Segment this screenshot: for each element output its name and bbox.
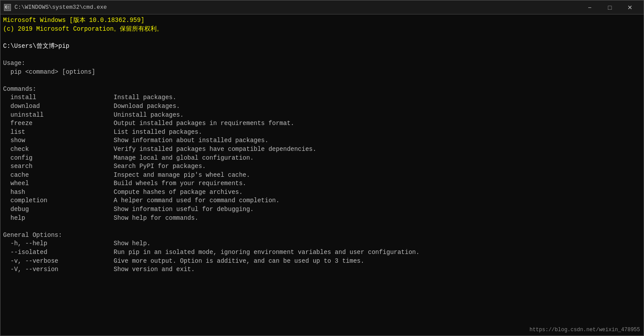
terminal-line: -V, --version Show version and exit. (3, 265, 641, 274)
window-controls: − □ ✕ (580, 0, 640, 14)
terminal-line: download Download packages. (3, 102, 641, 111)
terminal-line: freeze Output installed packages in requ… (3, 119, 641, 128)
terminal-line: hash Compute hashes of package archives. (3, 188, 641, 197)
terminal-line: (c) 2019 Microsoft Corporation。保留所有权利。 (3, 25, 641, 34)
terminal-line: Microsoft Windows [版本 10.0.18362.959] (3, 16, 641, 25)
terminal-line: install Install packages. (3, 93, 641, 102)
terminal-line: debug Show information useful for debugg… (3, 205, 641, 214)
terminal-line: Usage: (3, 59, 641, 68)
terminal-line: C:\Users\曾文博>pip (3, 42, 641, 51)
terminal-line: --isolated Run pip in an isolated mode, … (3, 248, 641, 257)
close-button[interactable]: ✕ (620, 0, 640, 14)
terminal-line (3, 222, 641, 231)
title-bar: C: C:\WINDOWS\system32\cmd.exe − □ ✕ (0, 0, 644, 14)
terminal-line: -v, --verbose Give more output. Option i… (3, 257, 641, 266)
window-title: C:\WINDOWS\system32\cmd.exe (14, 4, 580, 11)
terminal-line: show Show information about installed pa… (3, 136, 641, 145)
terminal-output: Microsoft Windows [版本 10.0.18362.959](c)… (0, 14, 644, 336)
cmd-window: C: C:\WINDOWS\system32\cmd.exe − □ ✕ Mic… (0, 0, 644, 336)
terminal-line: search Search PyPI for packages. (3, 162, 641, 171)
terminal-line: list List installed packages. (3, 128, 641, 137)
terminal-line: completion A helper command used for com… (3, 197, 641, 205)
minimize-button[interactable]: − (580, 0, 600, 14)
terminal-line: check Verify installed packages have com… (3, 145, 641, 154)
terminal-line: config Manage local and global configura… (3, 154, 641, 163)
terminal-line: uninstall Uninstall packages. (3, 111, 641, 120)
terminal-line (3, 50, 641, 59)
terminal-line: pip <command> [options] (3, 68, 641, 77)
cmd-icon: C: (4, 4, 11, 11)
terminal-line: Commands: (3, 85, 641, 94)
terminal-line (3, 76, 641, 85)
terminal-line: help Show help for commands. (3, 214, 641, 223)
terminal-line: General Options: (3, 231, 641, 240)
terminal-line: -h, --help Show help. (3, 239, 641, 248)
watermark: https://blog.csdn.net/weixin_478955 (530, 326, 640, 334)
maximize-button[interactable]: □ (600, 0, 620, 14)
terminal-line: cache Inspect and manage pip's wheel cac… (3, 171, 641, 180)
terminal-line (3, 33, 641, 42)
terminal-line: wheel Build wheels from your requirement… (3, 179, 641, 188)
